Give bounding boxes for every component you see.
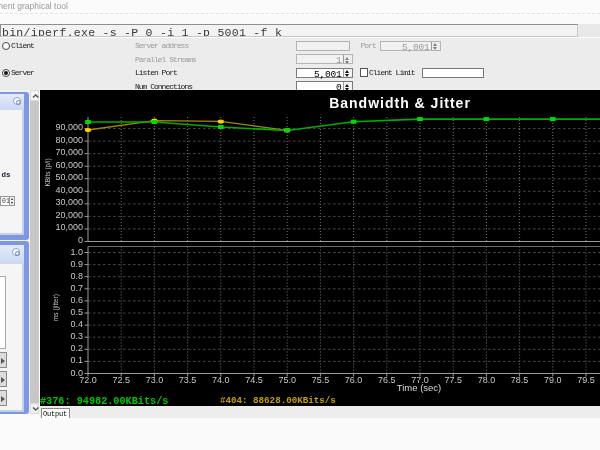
svg-text:0: 0 xyxy=(78,235,83,245)
svg-text:80,000: 80,000 xyxy=(55,135,83,145)
svg-text:70,000: 70,000 xyxy=(55,147,83,157)
svg-text:60,000: 60,000 xyxy=(55,160,83,170)
svg-text:#404: 88628.00KBits/s: #404: 88628.00KBits/s xyxy=(220,395,336,406)
svg-text:KBits (p/i): KBits (p/i) xyxy=(44,158,52,186)
svg-text:0.1: 0.1 xyxy=(70,355,83,365)
svg-text:77.5: 77.5 xyxy=(444,375,462,385)
svg-text:90,000: 90,000 xyxy=(55,122,83,132)
svg-text:0.8: 0.8 xyxy=(70,271,83,281)
svg-text:78.5: 78.5 xyxy=(511,375,529,385)
svg-text:0.4: 0.4 xyxy=(70,319,83,329)
svg-text:79.0: 79.0 xyxy=(544,375,562,385)
svg-text:74.0: 74.0 xyxy=(212,375,230,385)
svg-text:50,000: 50,000 xyxy=(55,172,83,182)
svg-text:76.0: 76.0 xyxy=(345,375,363,385)
svg-text:75.5: 75.5 xyxy=(312,375,330,385)
svg-text:40,000: 40,000 xyxy=(55,185,83,195)
svg-text:ms (jitter): ms (jitter) xyxy=(52,294,60,321)
svg-text:78.0: 78.0 xyxy=(478,375,496,385)
svg-text:0.9: 0.9 xyxy=(70,259,83,269)
svg-text:74.5: 74.5 xyxy=(245,375,263,385)
svg-text:72.5: 72.5 xyxy=(112,375,130,385)
svg-text:Bandwidth & Jitter: Bandwidth & Jitter xyxy=(329,95,471,111)
svg-text:0.5: 0.5 xyxy=(70,307,83,317)
svg-text:30,000: 30,000 xyxy=(55,197,83,207)
svg-text:0.2: 0.2 xyxy=(70,343,83,353)
svg-text:0.6: 0.6 xyxy=(70,295,83,305)
svg-text:20,000: 20,000 xyxy=(55,210,83,220)
svg-text:0.3: 0.3 xyxy=(70,331,83,341)
svg-text:75.0: 75.0 xyxy=(278,375,296,385)
svg-text:72.0: 72.0 xyxy=(79,375,97,385)
svg-text:#376: 94982.00KBits/s: #376: 94982.00KBits/s xyxy=(40,396,168,407)
svg-text:73.0: 73.0 xyxy=(146,375,164,385)
svg-text:Time (sec): Time (sec) xyxy=(397,382,442,393)
svg-text:1.0: 1.0 xyxy=(70,247,83,257)
svg-text:73.5: 73.5 xyxy=(179,375,197,385)
svg-text:0.7: 0.7 xyxy=(70,283,83,293)
svg-text:10,000: 10,000 xyxy=(55,222,83,232)
svg-text:79.5: 79.5 xyxy=(577,375,595,385)
svg-text:76.5: 76.5 xyxy=(378,375,396,385)
